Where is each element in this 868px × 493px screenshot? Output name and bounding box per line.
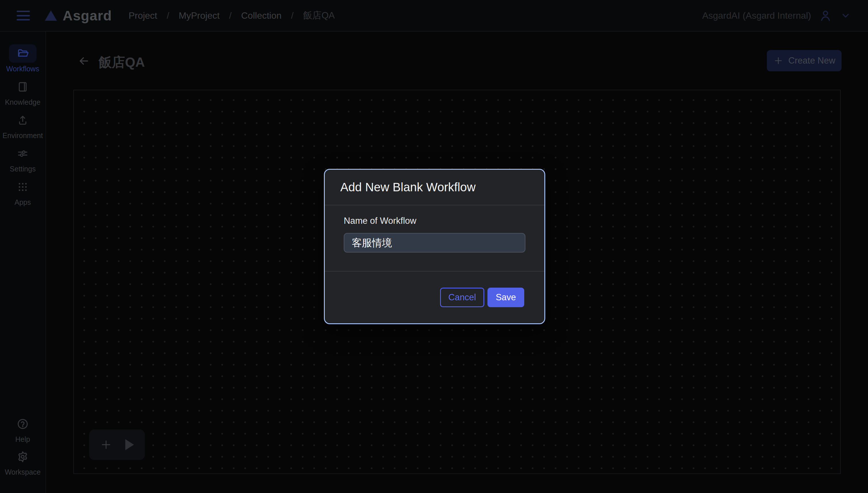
add-workflow-dialog: Add New Blank Workflow Name of Workflow … <box>324 169 545 324</box>
dialog-body: Name of Workflow <box>325 206 544 271</box>
dialog-header: Add New Blank Workflow <box>325 170 544 206</box>
cancel-button[interactable]: Cancel <box>440 287 484 307</box>
dialog-footer: Cancel Save <box>325 271 544 323</box>
save-button[interactable]: Save <box>487 287 524 307</box>
app-root: Asgard Project / MyProject / Collection … <box>0 0 868 493</box>
dialog-title: Add New Blank Workflow <box>340 180 476 194</box>
workflow-name-label: Name of Workflow <box>344 216 416 226</box>
workflow-name-input[interactable] <box>344 233 525 253</box>
